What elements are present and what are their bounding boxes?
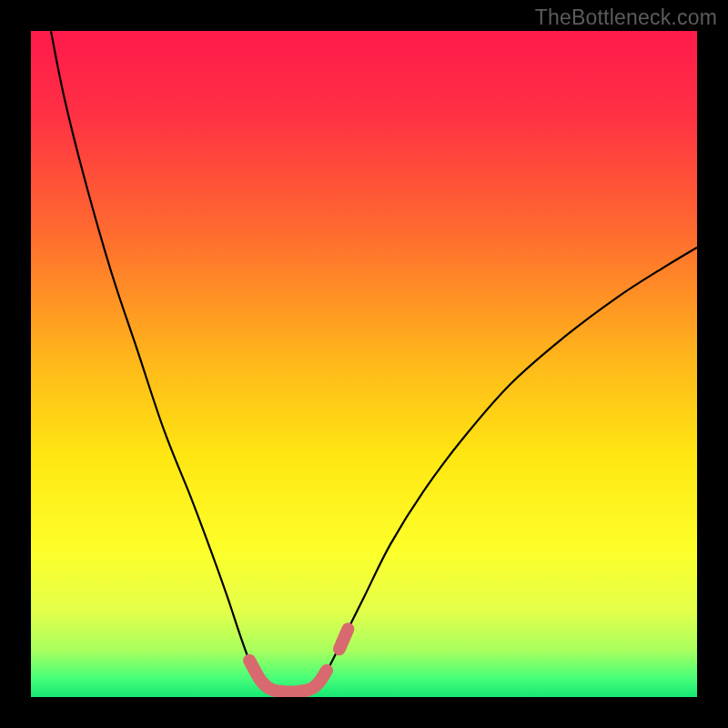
- highlight-segment-1: [339, 629, 349, 649]
- plot-area: [31, 31, 697, 697]
- chart-svg: [31, 31, 697, 697]
- chart-frame: TheBottleneck.com: [0, 0, 728, 728]
- watermark-text: TheBottleneck.com: [535, 5, 717, 30]
